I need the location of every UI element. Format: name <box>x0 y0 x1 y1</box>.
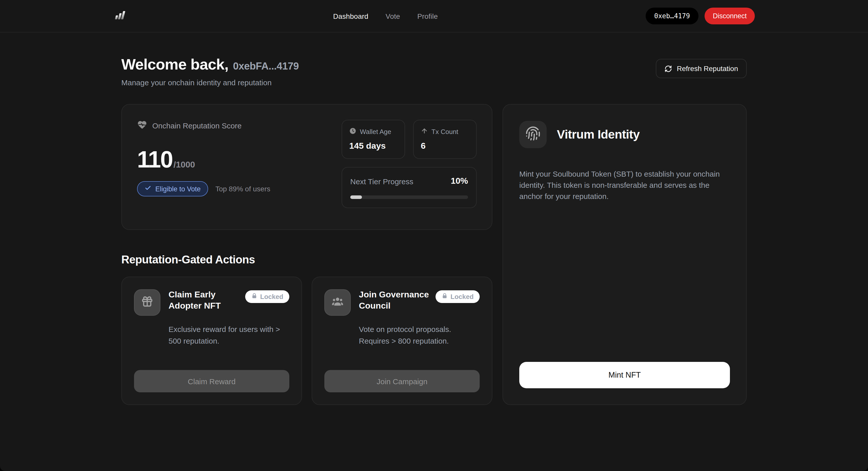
tab-profile[interactable]: Profile <box>417 12 438 20</box>
eligible-badge-label: Eligible to Vote <box>155 185 201 193</box>
gift-icon-box <box>134 289 160 316</box>
locked-badge: Locked <box>245 290 289 303</box>
progress-bar-fill <box>350 195 362 199</box>
locked-badge-label: Locked <box>451 293 474 301</box>
users-icon-box <box>324 289 351 316</box>
viewport: Dashboard Vote Profile 0xeb…4179 Disconn… <box>0 0 868 471</box>
logo-bars-icon <box>113 10 125 22</box>
governance-card: Join Governance Council <box>312 277 492 405</box>
progress-label: Next Tier Progress <box>350 177 413 186</box>
mint-nft-button[interactable]: Mint NFT <box>519 362 730 388</box>
tx-count-card: Tx Count 6 <box>413 120 477 159</box>
lock-icon <box>251 293 257 301</box>
welcome-text: Welcome back, <box>121 56 228 73</box>
arrow-up-icon <box>421 127 428 136</box>
tab-vote[interactable]: Vote <box>385 12 400 20</box>
lock-icon <box>441 293 447 301</box>
heart-pulse-icon <box>137 120 147 131</box>
header-actions: 0xeb…4179 Disconnect <box>646 8 755 24</box>
app-logo[interactable] <box>113 10 125 22</box>
wallet-age-value: 145 days <box>349 141 398 151</box>
progress-bar-track <box>350 195 468 199</box>
wallet-address-button[interactable]: 0xeb…4179 <box>646 8 699 24</box>
wallet-age-card: Wallet Age 145 days <box>342 120 405 159</box>
identity-card-description: Mint your Soulbound Token (SBT) to estab… <box>519 168 730 202</box>
percentile-text: Top 89% of users <box>215 185 270 193</box>
tx-count-label: Tx Count <box>431 128 458 135</box>
action-card-description: Vote on protocol proposals. Requires > 8… <box>359 324 480 347</box>
check-icon <box>145 185 151 193</box>
clock-icon <box>349 127 356 136</box>
top-nav-bar: Dashboard Vote Profile 0xeb…4179 Disconn… <box>0 0 868 32</box>
eligible-to-vote-badge: Eligible to Vote <box>137 181 208 196</box>
identity-card-title: Vitrum Identity <box>557 127 640 142</box>
users-icon <box>331 295 344 310</box>
refresh-icon <box>665 65 672 72</box>
page-title: Welcome back, 0xebFA...4179 <box>121 56 299 73</box>
fingerprint-icon-box <box>519 121 547 148</box>
welcome-address: 0xebFA...4179 <box>233 60 299 72</box>
welcome-row: Welcome back, 0xebFA...4179 Manage your … <box>121 56 747 87</box>
reputation-score-card: Onchain Reputation Score 110 /1000 <box>121 104 492 230</box>
next-tier-progress-card: Next Tier Progress 10% <box>342 167 477 208</box>
locked-badge-label: Locked <box>260 293 283 301</box>
refresh-label: Refresh Reputation <box>677 64 738 72</box>
app-window: Dashboard Vote Profile 0xeb…4179 Disconn… <box>0 0 868 471</box>
progress-value: 10% <box>451 176 468 186</box>
score-left: Onchain Reputation Score 110 /1000 <box>137 120 270 214</box>
claim-nft-card: Claim Early Adopter NFT <box>121 277 302 405</box>
main-content: Welcome back, 0xebFA...4179 Manage your … <box>0 32 868 471</box>
gift-icon <box>141 295 153 310</box>
action-card-title: Claim Early Adopter NFT <box>168 289 241 312</box>
wallet-age-label: Wallet Age <box>360 128 391 135</box>
left-column: Onchain Reputation Score 110 /1000 <box>121 104 492 405</box>
score-value: 110 <box>137 148 172 171</box>
refresh-reputation-button[interactable]: Refresh Reputation <box>656 59 747 78</box>
join-campaign-button[interactable]: Join Campaign <box>324 370 480 392</box>
claim-reward-button[interactable]: Claim Reward <box>134 370 289 392</box>
actions-grid: Claim Early Adopter NFT <box>121 277 492 405</box>
vitrum-identity-card: Vitrum Identity Mint your Soulbound Toke… <box>502 104 747 405</box>
page-subtitle: Manage your onchain identity and reputat… <box>121 78 299 87</box>
tx-count-value: 6 <box>421 141 469 151</box>
fingerprint-icon <box>525 126 540 143</box>
locked-badge: Locked <box>435 290 480 303</box>
tab-dashboard[interactable]: Dashboard <box>333 12 369 20</box>
score-right: Wallet Age 145 days <box>342 120 477 214</box>
score-card-title: Onchain Reputation Score <box>152 121 242 130</box>
main-nav: Dashboard Vote Profile <box>333 12 438 20</box>
actions-section-title: Reputation-Gated Actions <box>121 253 492 266</box>
action-card-title: Join Governance Council <box>359 289 431 312</box>
score-max: /1000 <box>173 160 195 170</box>
disconnect-button[interactable]: Disconnect <box>705 8 755 24</box>
action-card-description: Exclusive reward for users with > 500 re… <box>168 324 289 347</box>
